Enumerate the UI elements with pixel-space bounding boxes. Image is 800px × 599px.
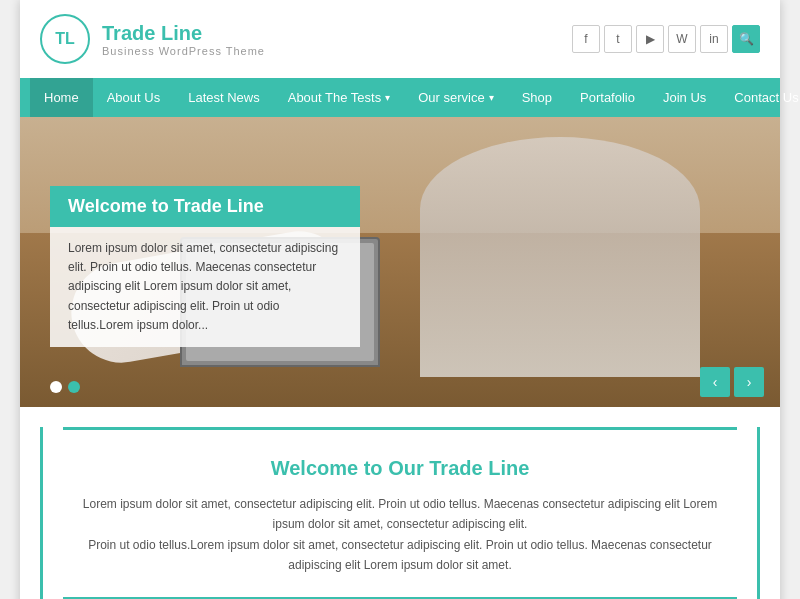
nav-contact-us[interactable]: Contact Us <box>720 78 800 117</box>
nav-latest-news[interactable]: Latest News <box>174 78 274 117</box>
hero-text-box: Lorem ipsum dolor sit amet, consectetur … <box>50 227 360 347</box>
logo-icon[interactable]: TL <box>40 14 90 64</box>
hero-text: Lorem ipsum dolor sit amet, consectetur … <box>68 239 342 335</box>
youtube-icon[interactable]: ▶ <box>636 25 664 53</box>
welcome-title: Welcome to Our Trade Line <box>67 457 733 480</box>
nav-shop[interactable]: Shop <box>508 78 566 117</box>
site-subtitle: Business WordPress Theme <box>102 45 265 57</box>
hero-content: Welcome to Trade Line Lorem ipsum dolor … <box>50 186 360 347</box>
slider-dots <box>50 381 80 393</box>
nav-about-us[interactable]: About Us <box>93 78 174 117</box>
header: TL Trade Line Business WordPress Theme f… <box>20 0 780 78</box>
search-icon[interactable]: 🔍 <box>732 25 760 53</box>
logo-area: TL Trade Line Business WordPress Theme <box>40 14 265 64</box>
wordpress-icon[interactable]: W <box>668 25 696 53</box>
slider-prev-button[interactable]: ‹ <box>700 367 730 397</box>
nav-join-us[interactable]: Join Us <box>649 78 720 117</box>
site-title: Trade Line <box>102 22 265 45</box>
nav-our-service[interactable]: Our service ▾ <box>404 78 507 117</box>
social-icons-group: f t ▶ W in 🔍 <box>572 25 760 53</box>
facebook-icon[interactable]: f <box>572 25 600 53</box>
welcome-section: Welcome to Our Trade Line Lorem ipsum do… <box>40 427 760 599</box>
bg-person <box>420 137 700 377</box>
logo-text: Trade Line Business WordPress Theme <box>102 22 265 57</box>
hero-slider: Welcome to Trade Line Lorem ipsum dolor … <box>20 117 780 407</box>
linkedin-icon[interactable]: in <box>700 25 728 53</box>
nav-portafolio[interactable]: Portafolio <box>566 78 649 117</box>
slider-arrows: ‹ › <box>700 367 764 397</box>
slider-next-button[interactable]: › <box>734 367 764 397</box>
chevron-down-icon: ▾ <box>385 92 390 103</box>
welcome-text: Lorem ipsum dolor sit amet, consectetur … <box>67 494 733 576</box>
nav-home[interactable]: Home <box>30 78 93 117</box>
twitter-icon[interactable]: t <box>604 25 632 53</box>
main-nav: Home About Us Latest News About The Test… <box>20 78 780 117</box>
hero-title-box: Welcome to Trade Line <box>50 186 360 227</box>
chevron-down-icon-service: ▾ <box>489 92 494 103</box>
slider-dot-2[interactable] <box>68 381 80 393</box>
nav-about-tests[interactable]: About The Tests ▾ <box>274 78 404 117</box>
hero-title: Welcome to Trade Line <box>68 196 264 216</box>
slider-dot-1[interactable] <box>50 381 62 393</box>
